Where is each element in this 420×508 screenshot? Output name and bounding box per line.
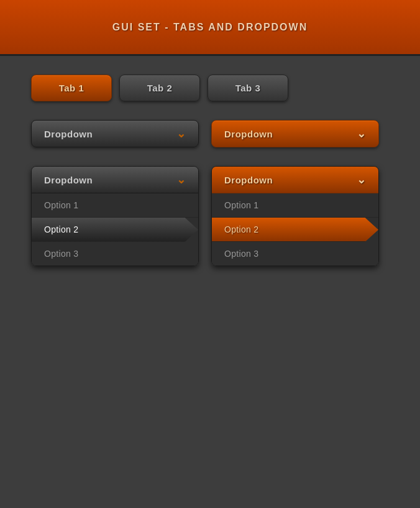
list-item[interactable]: Option 3 bbox=[32, 242, 198, 266]
dropdown-orange-open-label: Dropdown bbox=[224, 175, 273, 185]
chevron-down-icon-orange: ⌄ bbox=[357, 128, 367, 139]
chevron-down-icon: ⌄ bbox=[176, 128, 186, 139]
dropdown-orange-button[interactable]: Dropdown ⌄ bbox=[211, 120, 379, 147]
tabs-row: Tab 1 Tab 2 Tab 3 bbox=[31, 75, 389, 101]
list-item[interactable]: Option 1 bbox=[32, 193, 198, 218]
list-item[interactable]: Option 2 bbox=[212, 218, 378, 242]
chevron-down-icon-dark-open: ⌄ bbox=[176, 174, 186, 185]
dropdowns-row: Dropdown ⌄ Dropdown ⌄ bbox=[31, 120, 389, 147]
dropdown-dark-open: Dropdown ⌄ Option 1 Option 2 Option 3 bbox=[31, 166, 199, 266]
header-title: GUI SET - TABS AND DROPDOWN bbox=[112, 22, 308, 33]
tab-2-button[interactable]: Tab 2 bbox=[119, 75, 200, 101]
page-wrapper: GUI SET - TABS AND DROPDOWN Tab 1 Tab 2 … bbox=[0, 0, 420, 508]
list-item[interactable]: Option 3 bbox=[212, 242, 378, 266]
chevron-down-icon-orange-open: ⌄ bbox=[357, 174, 367, 185]
header: GUI SET - TABS AND DROPDOWN bbox=[0, 0, 420, 56]
open-dropdowns-row: Dropdown ⌄ Option 1 Option 2 Option 3 Dr… bbox=[31, 166, 389, 266]
tab-3-button[interactable]: Tab 3 bbox=[208, 75, 288, 101]
list-item[interactable]: Option 2 bbox=[32, 218, 198, 242]
dropdown-orange-label: Dropdown bbox=[224, 129, 273, 139]
dropdown-orange-options: Option 1 Option 2 Option 3 bbox=[212, 193, 378, 266]
tab-1-button[interactable]: Tab 1 bbox=[31, 75, 112, 101]
dropdown-dark-open-label: Dropdown bbox=[44, 175, 93, 185]
main-content: Tab 1 Tab 2 Tab 3 Dropdown ⌄ Dropdown ⌄ … bbox=[0, 56, 420, 508]
dropdown-orange-open: Dropdown ⌄ Option 1 Option 2 Option 3 bbox=[211, 166, 379, 266]
dropdown-dark-open-header[interactable]: Dropdown ⌄ bbox=[32, 167, 198, 193]
dropdown-dark-label: Dropdown bbox=[44, 129, 93, 139]
dropdown-dark-button[interactable]: Dropdown ⌄ bbox=[31, 120, 199, 147]
dropdown-dark-options: Option 1 Option 2 Option 3 bbox=[32, 193, 198, 266]
list-item[interactable]: Option 1 bbox=[212, 193, 378, 218]
dropdown-orange-open-header[interactable]: Dropdown ⌄ bbox=[212, 167, 378, 193]
